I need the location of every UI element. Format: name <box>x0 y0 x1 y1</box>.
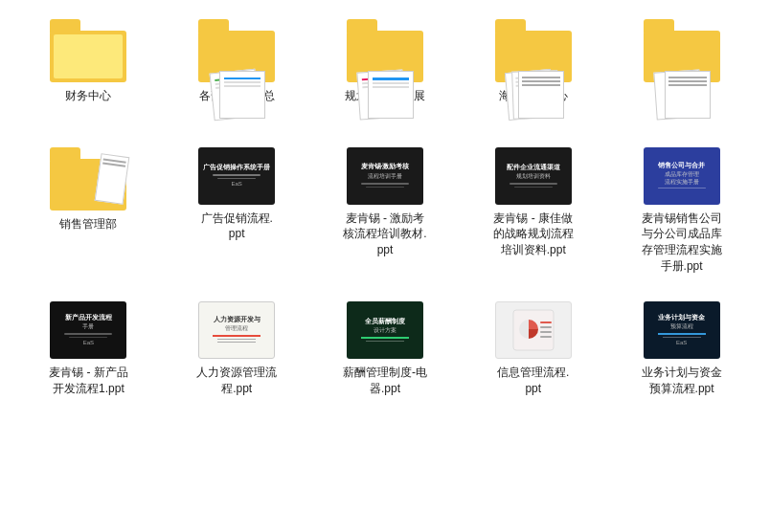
item-maiken2[interactable]: 配件企业流通渠道 规划培训资料 麦肯锡 - 康佳做 的战略规划流程 培训资料.p… <box>464 144 602 278</box>
folder-icon-kpi <box>198 19 275 82</box>
item-label-xinxi: 信息管理流程. ppt <box>497 365 569 397</box>
item-xiaoshou[interactable]: 销售管理部 <box>19 144 158 278</box>
ppt-thumb-xincp: 新产品开发流程 手册 EaS <box>50 301 126 359</box>
svg-rect-3 <box>540 326 552 328</box>
item-kpi[interactable]: 各部门KPI汇总 <box>168 15 306 124</box>
folder-icon-shichang <box>644 19 720 82</box>
folder-icon-caiwu <box>50 19 126 82</box>
item-label-renli: 人力资源管理流 程.ppt <box>196 365 277 397</box>
ppt-thumb-xinchou: 全员薪酬制度 设计方案 <box>347 301 423 359</box>
item-label-yewy: 业务计划与资金 预算流程.ppt <box>642 365 722 397</box>
ppt-thumb-maiken1: 麦肯锡·激励考核 流程培训手册 <box>347 147 423 205</box>
item-label-caiwu: 财务中心 <box>65 88 111 104</box>
item-yewy[interactable]: 业务计划与资金 预算流程 EaS 业务计划与资金 预算流程.ppt <box>612 298 751 401</box>
info-thumb-xinxi <box>495 301 572 359</box>
item-xinchou[interactable]: 全员薪酬制度 设计方案 薪酬管理制度-电 器.ppt <box>316 298 455 401</box>
folder-icon-haiwai <box>495 19 572 82</box>
ppt-thumb-guanggao: 广告促销操作系统手册 EaS <box>198 147 275 205</box>
item-label-maiken1: 麦肯锡 - 激励考 核流程培训教材. ppt <box>343 211 426 258</box>
svg-rect-5 <box>540 336 552 338</box>
item-haiwai[interactable]: 海外营销中心 <box>464 15 602 124</box>
item-caiwu[interactable]: 财务中心 <box>19 15 158 124</box>
ppt-thumb-maiken3: 销售公司与合并 成品库存管理 流程实施手册 <box>644 147 720 205</box>
item-maiken1[interactable]: 麦肯锡·激励考核 流程培训手册 麦肯锡 - 激励考 核流程培训教材. ppt <box>316 144 455 278</box>
svg-rect-2 <box>540 321 552 323</box>
item-guihua[interactable]: 规划与投资发展 中心 <box>316 15 455 124</box>
ppt-thumb-renli: 人力资源开发与 管理流程 <box>198 301 275 359</box>
item-label-maiken3: 麦肯锡销售公司 与分公司成品库 存管理流程实施 手册.ppt <box>642 211 722 275</box>
folder-icon-guihua <box>347 19 423 82</box>
ppt-thumb-yewy: 业务计划与资金 预算流程 EaS <box>644 301 720 359</box>
item-xincp[interactable]: 新产品开发流程 手册 EaS 麦肯锡 - 新产品 开发流程1.ppt <box>19 298 158 401</box>
item-shichang[interactable]: 市场部 <box>612 15 751 124</box>
item-label-maiken2: 麦肯锡 - 康佳做 的战略规划流程 培训资料.ppt <box>493 211 574 258</box>
item-renli[interactable]: 人力资源开发与 管理流程 人力资源管理流 程.ppt <box>168 298 306 401</box>
info-ppt-icon <box>511 308 555 352</box>
item-label-xinchou: 薪酬管理制度-电 器.ppt <box>343 365 427 397</box>
ppt-thumb-maiken2: 配件企业流通渠道 规划培训资料 <box>495 147 572 205</box>
folder-icon-xiaoshou <box>50 147 126 211</box>
item-guanggao[interactable]: 广告促销操作系统手册 EaS 广告促销流程. ppt <box>168 144 306 278</box>
item-label-xincp: 麦肯锡 - 新产品 开发流程1.ppt <box>49 365 128 397</box>
item-maiken3[interactable]: 销售公司与合并 成品库存管理 流程实施手册 麦肯锡销售公司 与分公司成品库 存管… <box>612 144 751 278</box>
file-grid: 财务中心 各部门KPI汇总 <box>19 15 751 400</box>
item-xinxi[interactable]: 信息管理流程. ppt <box>464 298 602 401</box>
svg-rect-4 <box>540 331 552 333</box>
item-label-guanggao: 广告促销流程. ppt <box>201 211 273 243</box>
item-label-xiaoshou: 销售管理部 <box>59 216 117 233</box>
